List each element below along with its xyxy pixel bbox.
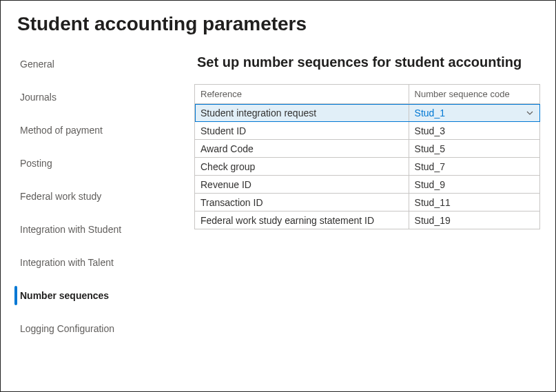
sidebar-item-federal-work-study[interactable]: Federal work study xyxy=(1,180,192,213)
sidebar-item-label: Posting xyxy=(20,158,52,169)
sidebar-item-label: Method of payment xyxy=(20,125,103,136)
main-panel: Set up number sequences for student acco… xyxy=(192,46,555,391)
table-row[interactable]: Transaction ID Stud_11 xyxy=(195,194,540,212)
cell-code[interactable]: Stud_5 xyxy=(409,140,539,158)
code-dropdown[interactable]: Stud_1 xyxy=(415,107,534,118)
cell-reference[interactable]: Award Code xyxy=(195,140,409,158)
cell-code[interactable]: Stud_11 xyxy=(409,194,539,212)
sidebar-item-label: Federal work study xyxy=(20,191,101,202)
chevron-down-icon xyxy=(526,109,534,117)
cell-reference[interactable]: Student ID xyxy=(195,122,409,140)
cell-reference[interactable]: Transaction ID xyxy=(195,194,409,212)
sidebar-item-method-of-payment[interactable]: Method of payment xyxy=(1,114,192,147)
cell-code-dropdown[interactable]: Stud_1 xyxy=(409,104,539,122)
sidebar-item-label: Integration with Student xyxy=(20,224,121,235)
sidebar-item-journals[interactable]: Journals xyxy=(1,81,192,114)
page-title: Student accounting parameters xyxy=(1,1,555,46)
cell-reference[interactable]: Revenue ID xyxy=(195,176,409,194)
sidebar-item-label: Journals xyxy=(20,92,56,103)
cell-reference[interactable]: Check group xyxy=(195,158,409,176)
content-area: General Journals Method of payment Posti… xyxy=(1,46,555,391)
cell-reference[interactable]: Student integration request xyxy=(195,104,409,122)
table-row[interactable]: Student integration request Stud_1 xyxy=(195,104,540,122)
sidebar-item-logging-configuration[interactable]: Logging Configuration xyxy=(1,312,192,345)
table-row[interactable]: Check group Stud_7 xyxy=(195,158,540,176)
cell-code[interactable]: Stud_9 xyxy=(409,176,539,194)
sidebar-item-label: General xyxy=(20,59,54,70)
table-header-row: Reference Number sequence code xyxy=(195,85,540,104)
sidebar-item-posting[interactable]: Posting xyxy=(1,147,192,180)
table-row[interactable]: Revenue ID Stud_9 xyxy=(195,176,540,194)
cell-code[interactable]: Stud_19 xyxy=(409,212,539,229)
sidebar-item-integration-with-talent[interactable]: Integration with Talent xyxy=(1,246,192,279)
column-header-reference[interactable]: Reference xyxy=(195,85,409,104)
sidebar-item-label: Number sequences xyxy=(20,290,109,301)
table-row[interactable]: Student ID Stud_3 xyxy=(195,122,540,140)
code-dropdown-value: Stud_1 xyxy=(415,107,445,118)
cell-code[interactable]: Stud_3 xyxy=(409,122,539,140)
sidebar-item-label: Logging Configuration xyxy=(20,323,114,334)
cell-reference[interactable]: Federal work study earning statement ID xyxy=(195,212,409,229)
sidebar-item-general[interactable]: General xyxy=(1,48,192,81)
table-row[interactable]: Federal work study earning statement ID … xyxy=(195,212,540,229)
window: Student accounting parameters General Jo… xyxy=(0,0,556,392)
sidebar-item-integration-with-student[interactable]: Integration with Student xyxy=(1,213,192,246)
section-title: Set up number sequences for student acco… xyxy=(197,54,540,70)
sidebar-item-number-sequences[interactable]: Number sequences xyxy=(1,279,192,312)
cell-code[interactable]: Stud_7 xyxy=(409,158,539,176)
sidebar: General Journals Method of payment Posti… xyxy=(1,46,192,391)
number-sequence-grid: Reference Number sequence code Student i… xyxy=(194,84,540,229)
sidebar-item-label: Integration with Talent xyxy=(20,257,114,268)
column-header-code[interactable]: Number sequence code xyxy=(409,85,539,104)
table-row[interactable]: Award Code Stud_5 xyxy=(195,140,540,158)
